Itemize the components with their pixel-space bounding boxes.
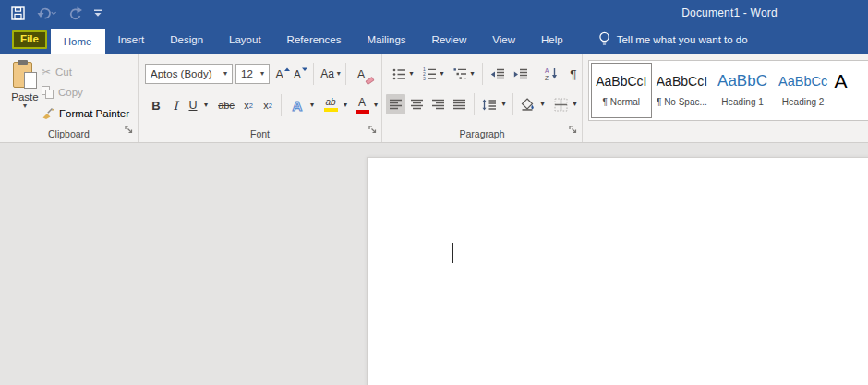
line-spacing-icon bbox=[482, 99, 497, 111]
tab-review[interactable]: Review bbox=[419, 26, 480, 54]
quick-access-toolbar bbox=[11, 0, 102, 26]
tab-references[interactable]: References bbox=[274, 26, 355, 54]
undo-icon[interactable] bbox=[36, 6, 56, 20]
clear-formatting-button[interactable]: A bbox=[352, 64, 370, 84]
bullets-dropdown-icon[interactable]: ▾ bbox=[407, 64, 416, 84]
text-cursor bbox=[452, 243, 453, 263]
show-hide-formatting-button[interactable]: ¶ bbox=[566, 64, 581, 84]
increase-indent-button[interactable] bbox=[511, 64, 531, 84]
bullets-button[interactable] bbox=[390, 64, 408, 84]
clipboard-dialog-launcher-icon[interactable] bbox=[125, 122, 134, 138]
shading-button[interactable] bbox=[518, 94, 538, 114]
font-name-value: Aptos (Body) bbox=[151, 68, 211, 79]
justify-button[interactable] bbox=[450, 94, 469, 114]
style-no-spacing[interactable]: AaBbCcI ¶ No Spac... bbox=[652, 63, 713, 118]
text-highlight-button[interactable]: ab bbox=[319, 94, 342, 114]
decrease-indent-button[interactable] bbox=[488, 64, 508, 84]
style-normal[interactable]: AaBbCcI ¶ Normal bbox=[591, 63, 652, 118]
shading-dropdown-icon[interactable]: ▾ bbox=[538, 94, 547, 114]
numbering-icon: 123 bbox=[423, 67, 437, 80]
paragraph-dialog-launcher-icon[interactable] bbox=[569, 122, 578, 138]
document-page[interactable] bbox=[367, 157, 868, 385]
underline-dropdown-icon[interactable]: ▾ bbox=[201, 95, 211, 115]
customize-quick-access-icon[interactable] bbox=[93, 8, 102, 18]
multilevel-list-icon bbox=[453, 67, 467, 80]
align-right-icon bbox=[432, 99, 445, 110]
tab-insert[interactable]: Insert bbox=[105, 26, 158, 54]
tab-design[interactable]: Design bbox=[157, 26, 216, 54]
grow-font-button[interactable]: A bbox=[274, 64, 291, 84]
redo-icon[interactable] bbox=[67, 6, 82, 20]
font-color-button[interactable]: A bbox=[352, 94, 372, 114]
sort-button[interactable]: AZ bbox=[541, 64, 561, 84]
italic-button[interactable]: I bbox=[169, 95, 182, 115]
style-partial[interactable]: A bbox=[833, 63, 867, 118]
format-painter-label: Format Painter bbox=[59, 108, 129, 119]
document-area bbox=[0, 143, 868, 385]
font-size-dropdown-icon[interactable]: ▾ bbox=[256, 70, 264, 78]
borders-icon bbox=[554, 98, 568, 112]
clipboard-group: Paste ▾ ✂ Cut Copy Format Painter Clipbo… bbox=[0, 54, 139, 142]
numbering-dropdown-icon[interactable]: ▾ bbox=[438, 64, 446, 84]
text-effects-dropdown-icon[interactable]: ▾ bbox=[307, 95, 317, 115]
window-title: Document1 - Word bbox=[609, 0, 850, 26]
tell-me-box[interactable]: Tell me what you want to do bbox=[598, 31, 748, 49]
text-highlight-dropdown-icon[interactable]: ▾ bbox=[341, 95, 350, 115]
tab-view[interactable]: View bbox=[479, 26, 528, 54]
style-heading-1[interactable]: AaBbC Heading 1 bbox=[712, 63, 773, 118]
word-window: Document1 - Word File Home Insert Design… bbox=[0, 0, 868, 385]
line-spacing-button[interactable] bbox=[479, 94, 500, 114]
paste-icon bbox=[13, 60, 37, 89]
font-name-dropdown-icon[interactable]: ▾ bbox=[219, 70, 227, 78]
borders-dropdown-icon[interactable]: ▾ bbox=[571, 94, 579, 114]
font-name-combobox[interactable]: Aptos (Body) ▾ bbox=[145, 64, 233, 84]
change-case-button[interactable]: Aa ▾ bbox=[319, 64, 343, 84]
copy-icon bbox=[42, 86, 54, 99]
styles-group: AaBbCcI ¶ Normal AaBbCcI ¶ No Spac... Aa… bbox=[583, 54, 868, 142]
font-size-combobox[interactable]: 12 ▾ bbox=[235, 64, 270, 84]
line-spacing-dropdown-icon[interactable]: ▾ bbox=[500, 94, 508, 114]
sort-icon: AZ bbox=[544, 67, 559, 80]
paste-dropdown-icon[interactable]: ▾ bbox=[23, 102, 27, 110]
align-right-button[interactable] bbox=[428, 94, 448, 114]
borders-button[interactable] bbox=[550, 94, 571, 114]
paste-button[interactable]: Paste ▾ bbox=[6, 60, 44, 128]
shrink-font-button[interactable]: A bbox=[293, 64, 308, 84]
align-left-button[interactable] bbox=[386, 94, 405, 114]
tab-home[interactable]: Home bbox=[51, 29, 105, 54]
font-color-dropdown-icon[interactable]: ▾ bbox=[371, 95, 380, 115]
eraser-icon bbox=[365, 77, 374, 85]
bullets-icon bbox=[392, 68, 406, 80]
scissors-icon: ✂ bbox=[42, 66, 51, 78]
tab-mailings[interactable]: Mailings bbox=[354, 26, 418, 54]
cut-label: Cut bbox=[55, 66, 72, 78]
multilevel-list-dropdown-icon[interactable]: ▾ bbox=[468, 64, 476, 84]
align-center-button[interactable] bbox=[407, 94, 427, 114]
lightbulb-icon bbox=[598, 31, 610, 49]
copy-button[interactable]: Copy bbox=[42, 83, 83, 102]
justify-icon bbox=[453, 99, 466, 110]
font-color-icon: A bbox=[356, 96, 369, 114]
cut-button[interactable]: ✂ Cut bbox=[42, 63, 72, 81]
bold-button[interactable]: B bbox=[149, 95, 163, 115]
format-painter-button[interactable]: Format Painter bbox=[42, 104, 129, 123]
align-left-icon bbox=[390, 99, 403, 110]
clipboard-group-label: Clipboard bbox=[0, 128, 138, 139]
underline-button[interactable]: U bbox=[186, 95, 200, 115]
strikethrough-button[interactable]: abc bbox=[214, 95, 238, 115]
subscript-button[interactable]: x2 bbox=[240, 95, 257, 115]
numbering-button[interactable]: 123 bbox=[420, 64, 439, 84]
ribbon: Paste ▾ ✂ Cut Copy Format Painter Clipbo… bbox=[0, 54, 868, 143]
svg-text:Z: Z bbox=[545, 75, 549, 81]
text-effects-button[interactable]: A bbox=[287, 95, 307, 115]
shading-icon bbox=[521, 98, 536, 111]
multilevel-list-button[interactable] bbox=[451, 64, 469, 84]
tab-help[interactable]: Help bbox=[528, 26, 576, 54]
svg-text:A: A bbox=[545, 67, 549, 74]
tab-file[interactable]: File bbox=[12, 30, 47, 50]
save-icon[interactable] bbox=[11, 6, 25, 20]
tab-layout[interactable]: Layout bbox=[216, 26, 274, 54]
superscript-button[interactable]: x2 bbox=[259, 95, 276, 115]
style-heading-2[interactable]: AaBbCc Heading 2 bbox=[773, 63, 834, 118]
font-dialog-launcher-icon[interactable] bbox=[368, 122, 378, 138]
